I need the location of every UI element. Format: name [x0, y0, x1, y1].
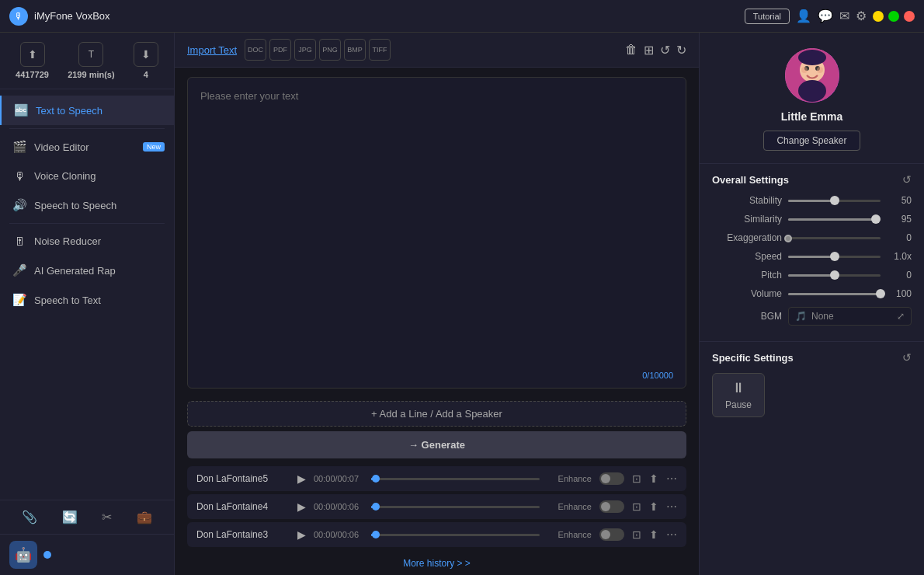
overall-settings-section: Overall Settings ↺ Stability 50 Similari… — [700, 164, 924, 341]
stat-value-downloads: 4 — [144, 70, 148, 79]
change-speaker-button[interactable]: Change Speaker — [763, 131, 860, 151]
bgm-value: None — [811, 311, 834, 322]
delete-button[interactable]: 🗑 — [625, 43, 637, 57]
text-area-wrapper: 0/10000 — [175, 68, 699, 398]
history-time-1: 00:00/00:06 — [314, 502, 359, 511]
speed-slider[interactable] — [788, 256, 881, 258]
speaker-avatar — [785, 48, 839, 103]
bgm-control[interactable]: 🎵 None ⤢ — [788, 307, 912, 326]
stability-row: Stability 50 — [712, 195, 912, 206]
specific-settings-title: Specific Settings — [712, 352, 794, 364]
generate-button[interactable]: → Generate — [187, 431, 686, 458]
history-speaker-name: Don LaFontaine3 — [196, 529, 290, 540]
music-icon: 🎵 — [795, 311, 807, 322]
play-button-1[interactable]: ▶ — [297, 500, 306, 513]
sidebar-item-text-to-speech[interactable]: 🔤 Text to Speech — [0, 96, 174, 125]
redo-button[interactable]: ↻ — [676, 43, 686, 57]
crop-icon-0[interactable]: ⊡ — [632, 472, 641, 485]
sidebar-item-speech-to-speech[interactable]: 🔊 Speech to Speech — [0, 190, 174, 220]
specific-settings-refresh-icon[interactable]: ↺ — [902, 351, 912, 364]
import-text-link[interactable]: Import Text — [187, 44, 237, 56]
speaker-section: Little Emma Change Speaker — [700, 33, 924, 164]
bmp-icon[interactable]: BMP — [344, 39, 366, 61]
share-icon-1[interactable]: ⬆ — [649, 500, 658, 513]
exaggeration-slider[interactable] — [788, 237, 881, 239]
enhance-toggle-1[interactable] — [599, 500, 624, 513]
pdf-icon[interactable]: PDF — [269, 39, 291, 61]
more-icon-2[interactable]: ⋯ — [666, 528, 677, 541]
history-progress-0[interactable] — [371, 478, 539, 480]
nav-label-text-to-speech: Text to Speech — [36, 105, 102, 117]
tiff-icon[interactable]: TIFF — [369, 39, 391, 61]
chatbot-avatar: 🤖 — [9, 541, 37, 569]
grid-button[interactable]: ⊞ — [644, 43, 654, 57]
pause-button[interactable]: ⏸ Pause — [712, 373, 765, 417]
exaggeration-row: Exaggeration 0 — [712, 232, 912, 243]
more-icon-1[interactable]: ⋯ — [666, 500, 677, 513]
close-button[interactable] — [904, 11, 915, 22]
crop-icon-1[interactable]: ⊡ — [632, 500, 641, 513]
pitch-slider[interactable] — [788, 274, 881, 277]
png-icon[interactable]: PNG — [319, 39, 341, 61]
text-input[interactable] — [200, 90, 673, 375]
minimize-button[interactable] — [873, 11, 884, 22]
similarity-thumb — [871, 214, 881, 224]
exaggeration-label: Exaggeration — [712, 232, 782, 243]
ai-rap-icon: 🎤 — [12, 263, 26, 277]
history-time-2: 00:00/00:06 — [314, 530, 359, 539]
chat-icon[interactable]: 💬 — [818, 9, 833, 23]
volume-slider[interactable] — [788, 293, 881, 295]
doc-icon[interactable]: DOC — [245, 39, 266, 61]
sidebar-item-ai-generated-rap[interactable]: 🎤 AI Generated Rap — [0, 256, 174, 285]
overall-settings-refresh-icon[interactable]: ↺ — [902, 173, 912, 186]
share-icon-0[interactable]: ⬆ — [649, 472, 658, 485]
volume-fill — [788, 293, 881, 295]
text-input-container: 0/10000 — [187, 77, 686, 389]
share-icon-2[interactable]: ⬆ — [649, 528, 658, 541]
cut-icon[interactable]: ✂ — [102, 510, 112, 524]
speed-fill — [788, 256, 835, 258]
settings-icon[interactable]: ⚙ — [856, 9, 867, 23]
history-progress-1[interactable] — [371, 506, 539, 508]
mail-icon[interactable]: ✉ — [839, 9, 849, 23]
text-icon: T — [78, 42, 103, 67]
stability-slider[interactable] — [788, 200, 881, 202]
more-icon-0[interactable]: ⋯ — [666, 472, 677, 485]
speaker-name: Little Emma — [781, 110, 842, 123]
chatbot-area[interactable]: 🤖 — [0, 534, 174, 575]
progress-dot-2 — [372, 531, 380, 538]
loop-icon[interactable]: 🔄 — [62, 510, 78, 524]
crop-icon-2[interactable]: ⊡ — [632, 528, 641, 541]
right-panel: Little Emma Change Speaker Overall Setti… — [699, 33, 924, 575]
volume-value: 100 — [887, 288, 912, 299]
play-button-2[interactable]: ▶ — [297, 528, 306, 541]
play-button-0[interactable]: ▶ — [297, 472, 306, 485]
user-icon[interactable]: 👤 — [796, 9, 811, 23]
briefcase-icon[interactable]: 💼 — [137, 510, 152, 524]
tutorial-button[interactable]: Tutorial — [745, 9, 790, 24]
maximize-button[interactable] — [888, 11, 899, 22]
jpg-icon[interactable]: JPG — [294, 39, 316, 61]
enhance-toggle-0[interactable] — [599, 472, 624, 485]
expand-icon: ⤢ — [897, 311, 905, 322]
undo-button[interactable]: ↺ — [660, 43, 670, 57]
enhance-toggle-2[interactable] — [599, 528, 624, 541]
add-line-button[interactable]: + Add a Line / Add a Speaker — [187, 401, 686, 427]
main-layout: ⬆ 4417729 T 2199 min(s) ⬇ 4 🔤 Text to Sp… — [0, 33, 924, 575]
more-history-link[interactable]: More history > > — [175, 552, 699, 575]
exaggeration-thumb — [784, 235, 792, 242]
stability-value: 50 — [887, 195, 912, 206]
sidebar-item-speech-to-text[interactable]: 📝 Speech to Text — [0, 285, 174, 315]
similarity-slider[interactable] — [788, 218, 881, 221]
upload-icon: ⬆ — [20, 42, 45, 67]
bgm-row: BGM 🎵 None ⤢ — [712, 307, 912, 326]
volume-row: Volume 100 — [712, 288, 912, 299]
svg-point-7 — [817, 67, 823, 73]
sidebar-item-video-editor[interactable]: 🎬 Video Editor New — [0, 132, 174, 162]
noise-reducer-icon: 🎚 — [12, 235, 26, 248]
sidebar-item-voice-cloning[interactable]: 🎙 Voice Cloning — [0, 162, 174, 190]
history-progress-2[interactable] — [371, 534, 539, 536]
attach-icon[interactable]: 📎 — [22, 510, 37, 524]
sidebar-item-noise-reducer[interactable]: 🎚 Noise Reducer — [0, 227, 174, 256]
svg-point-5 — [798, 50, 826, 65]
